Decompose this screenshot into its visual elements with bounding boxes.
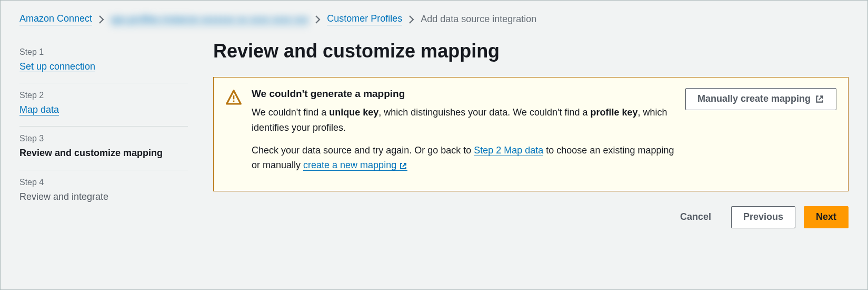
previous-button[interactable]: Previous [731,206,795,228]
cancel-button[interactable]: Cancel [669,207,723,228]
main-content: Review and customize mapping We couldn't… [213,40,849,228]
external-link-icon [815,94,824,104]
warning-icon [225,89,242,108]
alert-body: We couldn't generate a mapping We couldn… [252,88,676,180]
breadcrumb-amazon-connect[interactable]: Amazon Connect [19,13,92,25]
step-1: Step 1 Set up connection [19,40,188,83]
step-label: Step 2 [19,91,188,100]
external-link-icon [399,162,407,170]
alert-paragraph-2: Check your data source and try again. Or… [252,143,676,173]
page-title: Review and customize mapping [213,40,849,62]
chevron-right-icon [315,15,321,24]
step-2-link[interactable]: Map data [19,104,59,115]
step-1-link[interactable]: Set up connection [19,61,95,72]
next-button[interactable]: Next [804,206,849,228]
step-2: Step 2 Map data [19,83,188,127]
wizard-steps: Step 1 Set up connection Step 2 Map data… [19,40,188,228]
step-3-title: Review and customize mapping [19,147,188,160]
alert-title: We couldn't generate a mapping [252,88,676,100]
step-label: Step 4 [19,178,188,187]
step-4: Step 4 Review and integrate [19,170,188,213]
warning-alert: We couldn't generate a mapping We couldn… [213,77,849,191]
step-3: Step 3 Review and customize mapping [19,127,188,170]
breadcrumb-instance[interactable]: ops-profiles-instance-xxxxxxx-xx-xxxx-xx… [111,14,308,25]
chevron-right-icon [408,15,414,24]
breadcrumb-customer-profiles[interactable]: Customer Profiles [327,13,402,25]
manually-create-mapping-button[interactable]: Manually create mapping [685,88,836,110]
step-4-title: Review and integrate [19,190,188,204]
step-label: Step 3 [19,134,188,143]
wizard-footer: Cancel Previous Next [213,206,849,228]
breadcrumb: Amazon Connect ops-profiles-instance-xxx… [19,13,849,25]
step-2-inline-link[interactable]: Step 2 Map data [474,145,543,156]
chevron-right-icon [98,15,104,24]
alert-paragraph-1: We couldn't find a unique key, which dis… [252,105,676,136]
create-mapping-inline-link[interactable]: create a new mapping [303,160,407,171]
step-label: Step 1 [19,47,188,57]
svg-rect-0 [233,95,235,99]
svg-rect-1 [233,101,235,102]
breadcrumb-current: Add data source integration [421,14,536,25]
